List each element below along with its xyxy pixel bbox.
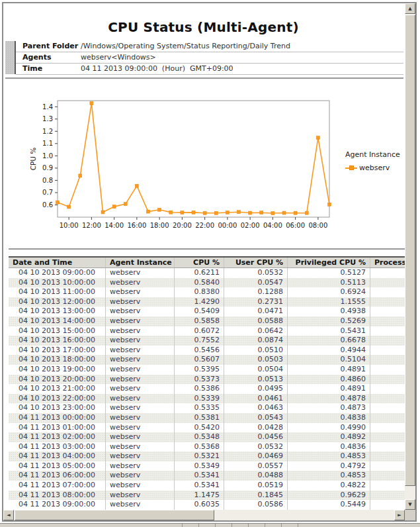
table-cell: 1.1475: [175, 491, 224, 501]
info-left-block: [5, 41, 16, 74]
table-cell: 0.2731: [224, 297, 288, 307]
table-cell: 04 10 2013 09:00:00: [9, 268, 106, 278]
horizontal-scrollbar[interactable]: ◄ ►: [3, 510, 405, 520]
table-cell: 0.0642: [224, 326, 288, 336]
table-cell: [370, 336, 405, 346]
table-cell: [370, 307, 405, 316]
divider-table: [9, 248, 405, 250]
report-content: CPU Status (Multi-Agent) Parent Folder/W…: [3, 3, 405, 510]
table-cell: webserv: [106, 375, 175, 385]
table-cell: 0.5431: [288, 326, 370, 336]
table-cell: 0.5127: [288, 268, 370, 278]
table-cell: [370, 326, 405, 336]
table-cell: [370, 403, 405, 413]
table-cell: webserv: [106, 481, 175, 491]
svg-text:18:00: 18:00: [150, 222, 169, 229]
table-cell: 0.0428: [224, 423, 288, 433]
table-row: 04 10 2013 22:00:00webserv0.53390.04610.…: [9, 394, 405, 404]
scroll-right-button[interactable]: ►: [394, 510, 405, 520]
series-marker-icon: [345, 166, 357, 170]
table-cell: 0.0471: [224, 307, 288, 316]
table-cell: 0.4990: [288, 423, 370, 433]
table-cell: [370, 461, 405, 471]
table-cell: 0.5395: [175, 365, 224, 375]
table-cell: 0.0488: [224, 471, 288, 481]
table-cell: 1.4290: [175, 297, 224, 307]
scroll-up-icon: ▲: [408, 7, 411, 11]
table-cell: webserv: [106, 365, 175, 375]
table-cell: webserv: [106, 287, 175, 297]
table-row: 04 11 2013 00:00:00webserv0.53810.05430.…: [9, 413, 405, 423]
page-title: CPU Status (Multi-Agent): [3, 19, 403, 35]
info-row: Time04 11 2013 09:00:00 (Hour) GMT+09:00: [16, 64, 403, 75]
table-cell: 0.5409: [175, 307, 224, 316]
table-cell: 0.4853: [288, 471, 370, 481]
svg-text:0.8: 0.8: [42, 177, 53, 184]
table-cell: 0.0504: [224, 365, 288, 375]
column-header: Agent Instance: [106, 257, 175, 268]
table-cell: [370, 491, 405, 501]
table-cell: webserv: [106, 432, 175, 442]
table-row: 04 11 2013 02:00:00webserv0.53480.04560.…: [9, 432, 405, 442]
table-cell: webserv: [106, 471, 175, 481]
info-row: Agentswebserv<Windows>: [16, 52, 403, 64]
vertical-scroll-thumb[interactable]: [405, 15, 415, 486]
table-cell: 0.5840: [175, 278, 224, 288]
table-cell: webserv: [106, 500, 175, 510]
chart-legend: Agent Instance webserv: [345, 150, 405, 172]
table-cell: 04 10 2013 16:00:00: [9, 336, 106, 346]
table-cell: [370, 297, 405, 307]
table-cell: webserv: [106, 413, 175, 423]
scroll-left-button[interactable]: ◄: [3, 510, 14, 520]
table-cell: 04 11 2013 09:00:00: [9, 500, 106, 510]
column-header: Processor Queue Length: [370, 257, 405, 268]
horizontal-scroll-thumb[interactable]: [15, 510, 214, 520]
scroll-up-button[interactable]: ▲: [405, 3, 415, 14]
table-row: 04 10 2013 10:00:00webserv0.58400.05470.…: [9, 278, 405, 288]
table-cell: 0.0503: [224, 355, 288, 365]
table-cell: 04 10 2013 18:00:00: [9, 355, 106, 365]
table-cell: 0.5348: [175, 432, 224, 442]
svg-text:16:00: 16:00: [127, 222, 146, 229]
svg-text:00:00: 00:00: [218, 222, 237, 229]
table-cell: webserv: [106, 326, 175, 336]
table-cell: 0.4822: [288, 481, 370, 491]
vertical-scrollbar[interactable]: ▲ ▼: [405, 3, 415, 510]
table-cell: [370, 413, 405, 423]
scroll-down-button[interactable]: ▼: [405, 499, 415, 510]
table-cell: 0.5269: [288, 316, 370, 326]
svg-text:22:00: 22:00: [195, 222, 214, 229]
table-cell: [370, 471, 405, 481]
table-cell: 04 11 2013 03:00:00: [9, 442, 106, 452]
svg-text:0.7: 0.7: [42, 189, 53, 196]
table-cell: [370, 375, 405, 385]
table-row: 04 10 2013 16:00:00webserv0.75520.08740.…: [9, 336, 405, 346]
table-cell: [370, 316, 405, 326]
table-cell: webserv: [106, 403, 175, 413]
table-row: 04 11 2013 06:00:00webserv0.53410.04880.…: [9, 471, 405, 481]
column-header: CPU %: [175, 257, 224, 268]
table-cell: 0.0557: [224, 461, 288, 471]
svg-text:10:00: 10:00: [60, 222, 79, 229]
svg-text:20:00: 20:00: [173, 222, 192, 229]
table-cell: 04 10 2013 19:00:00: [9, 365, 106, 375]
table-cell: 04 10 2013 10:00:00: [9, 278, 106, 288]
table-cell: 04 11 2013 02:00:00: [9, 432, 106, 442]
table-cell: [370, 384, 405, 394]
info-label: Parent Folder: [16, 41, 81, 52]
info-label: Agents: [16, 52, 81, 63]
table-cell: 0.7552: [175, 336, 224, 346]
table-cell: 0.5368: [175, 442, 224, 452]
table-cell: 0.4878: [288, 394, 370, 404]
table-cell: 0.1288: [224, 287, 288, 297]
table-cell: 0.5321: [175, 452, 224, 461]
table-cell: 0.6678: [288, 336, 370, 346]
table-row: 04 10 2013 15:00:00webserv0.60720.06420.…: [9, 326, 405, 336]
table-cell: 0.4944: [288, 346, 370, 356]
table-cell: 0.0510: [224, 346, 288, 356]
table-cell: 04 10 2013 14:00:00: [9, 316, 106, 326]
table-cell: [370, 481, 405, 491]
svg-text:1.1: 1.1: [42, 140, 53, 147]
table-cell: 0.4860: [288, 375, 370, 385]
table-cell: 0.5335: [175, 403, 224, 413]
